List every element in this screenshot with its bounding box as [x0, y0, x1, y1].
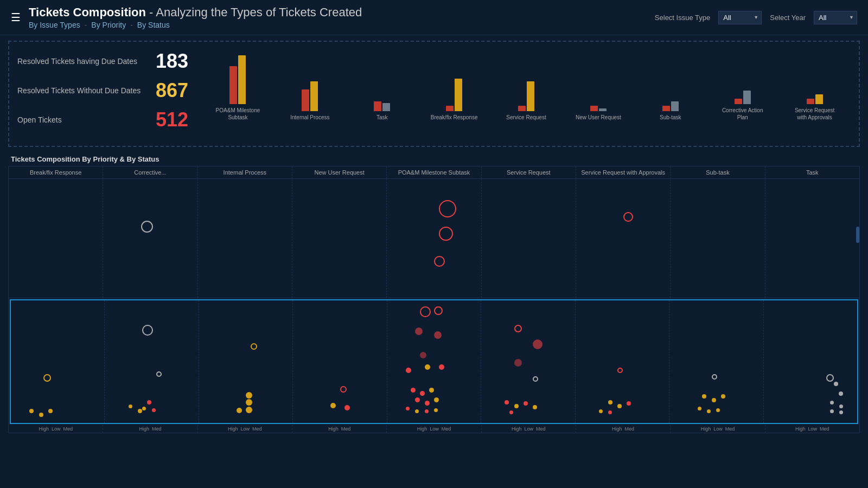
bubble-poam-red-large-1 — [439, 200, 456, 217]
upper-col-poam — [387, 179, 481, 298]
bubble-corrective-yellow-bottom — [138, 409, 142, 413]
year-select[interactable]: All — [814, 11, 857, 24]
bubble-poam-lower-1 — [420, 306, 431, 317]
bubble-corrective-gray-1 — [141, 221, 153, 233]
bubble-subtask-yellow-1 — [702, 394, 706, 399]
bar-poam-yellow — [238, 55, 246, 104]
bubble-poam-cluster-3 — [429, 388, 434, 393]
issue-type-select-wrapper: All — [718, 11, 762, 24]
nav-by-issue-types[interactable]: By Issue Types — [29, 21, 80, 29]
bubble-service-gray-1 — [533, 376, 538, 382]
bubble-svcapp-bottom-1 — [599, 409, 603, 413]
bar-corrective-gray — [743, 91, 751, 104]
lower-bubble-area — [10, 299, 858, 424]
bubble-task-bottom-2 — [839, 404, 843, 408]
x-axis-subtask: High Low Med — [671, 425, 765, 433]
chart-label-internal: Internal Process — [290, 114, 329, 121]
bar-breakfix-red — [446, 106, 454, 111]
upper-bubble-area — [9, 179, 859, 298]
scroll-indicator-upper — [856, 227, 859, 243]
resolved-with-due-label: Resolved Tickets having Due Dates — [17, 57, 148, 66]
x-axis-row: High Low Med High Med High Low Med High … — [9, 425, 859, 433]
chart-col-task: Task — [346, 101, 418, 121]
bar-internal-red — [302, 89, 309, 111]
chart-label-corrective: Corrective ActionPlan — [722, 107, 763, 121]
nav-sep-1: - — [85, 21, 87, 29]
bubble-col-header-service: Service Request — [482, 166, 576, 178]
bubble-col-header-newuser: New User Request — [292, 166, 387, 178]
bubble-poam-lower-3 — [415, 328, 423, 335]
bar-service-yellow — [527, 81, 534, 111]
header: ☰ Tickets Composition - Analyzing the Ty… — [0, 0, 868, 35]
bubble-svcapp-yellow-2 — [617, 404, 622, 408]
bubble-breakfix-bottom-3 — [48, 409, 53, 413]
x-axis-corrective: High Med — [103, 425, 197, 433]
lower-col-poam — [387, 300, 481, 423]
bubble-svcapproval-red-1 — [623, 212, 633, 222]
bar-internal-yellow — [310, 81, 318, 111]
bubble-poam-cluster-5 — [425, 401, 430, 406]
bubble-service-bottom-3 — [524, 401, 528, 406]
filters: Select Issue Type All Select Year All — [655, 11, 857, 24]
bubble-task-gray-1 — [826, 374, 834, 382]
bar-serviceapproval-yellow — [815, 94, 823, 104]
bubble-poam-lower-6 — [406, 368, 411, 373]
bubble-service-bottom-1 — [505, 400, 509, 404]
bubble-service-red-1 — [514, 325, 522, 332]
x-axis-task: High Low Med — [765, 425, 859, 433]
hamburger-menu-icon[interactable]: ☰ — [11, 11, 21, 24]
title-thin: - Analyzing the Types of Tickets Created — [149, 5, 362, 19]
bubble-breakfix-yellow-1 — [43, 374, 51, 382]
bubble-subtask-bottom-1 — [698, 407, 701, 410]
bubble-service-bottom-5 — [509, 410, 513, 414]
upper-col-subtask — [671, 179, 765, 298]
chart-col-service-approvals: Service Requestwith Approvals — [778, 94, 851, 121]
year-select-wrapper: All — [814, 11, 857, 24]
upper-col-service-approvals — [576, 179, 671, 298]
issue-type-select[interactable]: All — [718, 11, 762, 24]
chart-col-newuser: New User Request — [562, 106, 634, 121]
open-tickets-value: 512 — [156, 108, 188, 131]
bubble-subtask-bottom-2 — [707, 409, 711, 413]
title-bold: Tickets Composition — [29, 5, 146, 19]
bubble-corrective-gray-lower-1 — [142, 325, 153, 336]
bubble-corrective-cluster-1 — [129, 404, 132, 408]
nav-by-status[interactable]: By Status — [137, 21, 170, 29]
nav-by-priority[interactable]: By Priority — [91, 21, 126, 29]
bubble-subtask-yellow-3 — [721, 394, 725, 399]
year-filter-label: Select Year — [770, 14, 806, 22]
bubble-section-title: Tickets Composition By Priority & By Sta… — [0, 152, 868, 166]
bubble-column-headers: Break/fix Response Corrective... Interna… — [9, 166, 859, 179]
issue-type-filter-label: Select Issue Type — [655, 14, 710, 22]
bar-newuser-gray — [599, 108, 607, 111]
bar-task-red — [374, 101, 381, 111]
bubble-internal-stack-3 — [246, 407, 252, 413]
bubble-chart-container: Break/fix Response Corrective... Interna… — [8, 166, 860, 433]
nav-sep-2: - — [130, 21, 133, 29]
upper-col-internal — [198, 179, 292, 298]
bubble-svcapp-bottom-2 — [608, 410, 612, 414]
bar-breakfix-yellow — [455, 79, 462, 111]
x-axis-poam: High Low Med — [387, 425, 481, 433]
bar-newuser-red — [590, 106, 598, 111]
bubble-svcapp-red-2 — [627, 401, 631, 406]
bubble-svcapp-yellow-1 — [608, 400, 612, 404]
bubble-poam-cluster-6 — [434, 397, 439, 402]
bubble-poam-red-2 — [439, 227, 453, 241]
page-title: Tickets Composition - Analyzing the Type… — [29, 5, 655, 20]
bar-serviceapproval-red — [807, 99, 814, 104]
bar-subtask-red — [662, 106, 670, 111]
x-axis-service: High Low Med — [482, 425, 576, 433]
bubble-breakfix-bottom-1 — [29, 409, 34, 413]
stat-row-open: Open Tickets 512 — [17, 108, 191, 131]
bubble-poam-bottom-3 — [425, 409, 429, 413]
bar-service-red — [518, 106, 526, 111]
bubble-breakfix-bottom-2 — [39, 413, 43, 417]
subtitle-nav: By Issue Types - By Priority - By Status — [29, 21, 655, 29]
bubble-internal-stack-4 — [237, 408, 242, 413]
bar-chart-area: POA&M MilestoneSubtask Internal Process … — [202, 50, 851, 137]
bubble-service-bottom-2 — [514, 404, 519, 408]
chart-col-service: Service Request — [490, 81, 563, 121]
lower-col-service-approvals — [576, 300, 669, 423]
bubble-newuser-red-1 — [340, 386, 347, 393]
